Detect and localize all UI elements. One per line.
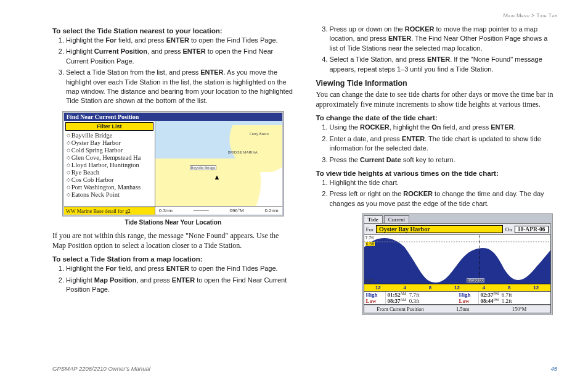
filter-list-button[interactable]: Filter List [65,122,153,131]
row-label-low: Low [364,298,385,304]
step: Press up or down on the ROCKER to move t… [330,25,558,53]
step: Enter a date, and press ENTER. The tide … [330,134,558,154]
row-label-low: Low [457,298,478,304]
for-field[interactable]: Oyster Bay Harbor [376,225,503,233]
figure-caption: Tide Stations Near Your Location [52,219,294,226]
list-item[interactable]: Lloyd Harbor, Huntington [64,162,155,169]
step: Highlight the tide chart. [330,178,558,187]
on-label: On [505,226,512,233]
on-field[interactable]: 18-APR-06 [515,226,549,233]
figure-footer: From Current Position 1.5nm 150°M [364,305,551,313]
step: Select a Tide Station from the list, and… [66,68,294,106]
list-item[interactable]: Port Washington, Manhass [64,184,155,191]
boat-icon: ▲ [214,173,221,181]
y-tick: 0.3ft [365,278,374,282]
paragraph: You can change the date to see tide char… [316,89,558,109]
map-label: Bayville Bridge [190,165,217,170]
left-column: To select the Tide Station nearest to yo… [52,23,294,315]
heading-view-heights: To view tide heights at various times on… [316,170,558,177]
map-label: BRIDGE MARINA [228,150,258,154]
row-label-high: High [364,292,385,298]
y-peak-label: 6.5ft [365,242,375,246]
mini-map[interactable]: Ferry Basin BRIDGE MARINA Bayville Bridg… [155,121,282,215]
page-number: 45 [550,365,557,372]
y-tick: 7.7ft [365,236,374,240]
step: Highlight Current Position, and press EN… [66,47,294,66]
high-low-table: High 01:52AM 7.7ft High 02:37PM 6.7ft Lo… [364,292,551,305]
scale-right: 0.2nm [265,208,279,213]
tide-chart-plot[interactable]: 7.7ft 6.5ft 0.3ft 02:30:00 12 4 8 12 4 8… [364,235,551,292]
steps-select-from-map-cont: Press up or down on the ROCKER to move t… [316,25,558,74]
list-item[interactable]: Glen Cove, Hempstead Ha [64,154,155,162]
breadcrumb: Main Menu > Tide Tab [52,12,557,19]
list-footer: WW Marine Base detail for g2 [64,207,155,215]
scale-left: 0.3nm [159,208,173,213]
list-item[interactable]: Eatons Neck Point [64,191,155,199]
time-cursor[interactable] [480,235,480,284]
steps-change-date: Using the ROCKER, highlight the On field… [316,123,558,165]
tab-current[interactable]: Current [384,215,410,223]
heading-select-from-map: To select a Tide Station from a map loca… [52,255,294,263]
steps-select-nearest: Highlight the For field, and press ENTER… [52,36,294,106]
list-item[interactable]: Cold Spring Harbor [64,147,155,154]
tab-tide[interactable]: Tide [364,215,383,223]
row-label-high: High [457,292,478,298]
section-viewing-tide-info: Viewing Tide Information [316,79,558,88]
step: Press the Current Date soft key to retur… [330,155,558,165]
list-item[interactable]: Bayville Bridge [64,132,155,139]
steps-view-heights: Highlight the tide chart. Press left or … [316,178,558,208]
list-item[interactable]: Rye Beach [64,169,155,176]
cursor-time-label: 02:30:00 [467,278,484,282]
tide-station-list: Filter List Bayville Bridge Oyster Bay H… [64,121,155,215]
list-item[interactable]: Oyster Bay Harbor [64,139,155,147]
steps-select-from-map: Highlight the For field, and press ENTER… [52,264,294,294]
step: Select a Tide Station, and press ENTER. … [330,55,558,74]
heading-change-date: To change the date of the tide chart: [316,114,558,121]
step: Highlight the For field, and press ENTER… [66,36,294,45]
step: Press left or right on the ROCKER to cha… [330,189,558,208]
paragraph: If you are not within this range, the me… [52,231,294,250]
step: Highlight the For field, and press ENTER… [66,264,294,273]
list-item[interactable]: Cos Cob Harbor [64,176,155,184]
step: Using the ROCKER, highlight the On field… [330,123,558,132]
heading-select-nearest: To select the Tide Station nearest to yo… [52,27,294,35]
map-label: Ferry Basin [250,132,269,136]
bearing: 096°M [229,208,243,213]
figure-find-near-current-position: Find Near Current Position Filter List B… [62,111,284,216]
right-column: Press up or down on the ROCKER to move t… [316,23,558,315]
for-label: For [366,226,374,233]
figure-tide-chart: Tide Current For Oyster Bay Harbor On 18… [362,213,553,315]
x-axis: 12 4 8 12 4 8 12 [364,284,550,291]
footer-product: GPSMAP 2206/2210 Owner's Manual [52,365,150,372]
step: Highlight Map Position, and press ENTER … [66,276,294,295]
figure-title: Find Near Current Position [64,113,282,121]
